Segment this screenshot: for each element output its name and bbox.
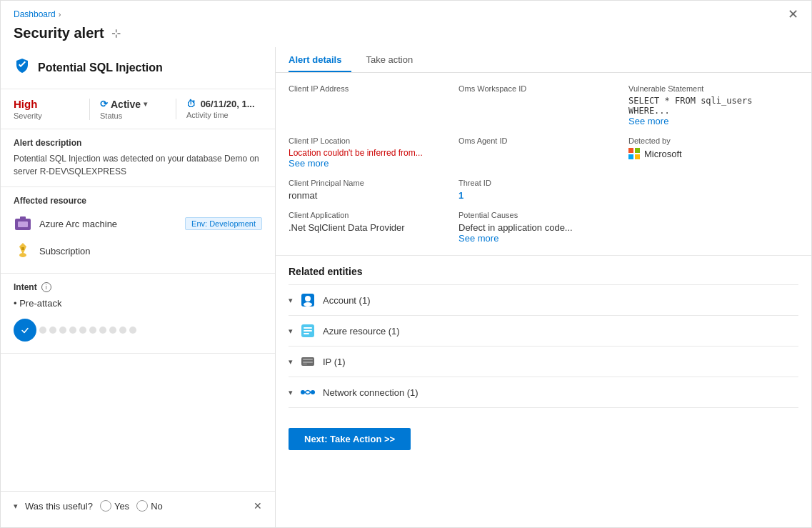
client-app-label: Client Application	[289, 211, 444, 219]
clock-icon: ⏱	[186, 99, 196, 109]
detail-col-3-2: Threat ID 1	[458, 169, 628, 201]
timeline-dot-5	[79, 327, 86, 334]
oms-agent-label: Oms Agent ID	[458, 136, 614, 145]
affected-resource-section: Affected resource Azure Arc machine Env:…	[1, 187, 275, 274]
causes-see-more[interactable]: See more	[458, 233, 498, 244]
vuln-stmt-value: SELECT * FROM sqli_users WHERE...	[628, 96, 784, 116]
details-grid: Client IP Address Oms Workspace ID Vulne…	[276, 73, 811, 256]
timeline-dot-3	[59, 327, 66, 334]
timeline-dot-4	[69, 327, 76, 334]
arc-machine-icon	[14, 214, 32, 233]
svg-rect-4	[21, 247, 24, 250]
client-ip-loc-label: Client IP Location	[289, 136, 444, 145]
right-panel: Alert details Take action Client IP Addr…	[276, 47, 811, 527]
detail-col-4-3	[628, 201, 798, 244]
ip-loc-see-more[interactable]: See more	[289, 158, 329, 169]
timeline-dot-1	[39, 327, 46, 334]
entity-row-account[interactable]: ▾ Account (1)	[289, 284, 798, 315]
tab-take-action[interactable]: Take action	[366, 47, 423, 72]
activity-value: ⏱ 06/11/20, 1...	[186, 99, 262, 109]
network-connection-icon	[300, 384, 316, 400]
account-chevron: ▾	[289, 296, 293, 305]
status-value: ⟳ Active ▾	[100, 99, 176, 110]
resource-row-1: Subscription	[14, 237, 262, 264]
breadcrumb-arrow: ›	[59, 10, 61, 19]
svg-rect-12	[304, 333, 309, 334]
severity-item: High Severity	[14, 98, 89, 120]
entity-row-network[interactable]: ▾ Network connection (1)	[289, 377, 798, 408]
close-button[interactable]: ✕	[788, 8, 798, 21]
svg-rect-10	[304, 327, 312, 329]
oms-workspace-label: Oms Workspace ID	[458, 84, 614, 93]
useful-close-icon[interactable]: ✕	[254, 500, 262, 512]
ip-label: IP (1)	[323, 357, 346, 367]
yes-radio[interactable]	[100, 500, 111, 512]
client-app-value: .Net SqlClient Data Provider	[289, 222, 444, 233]
detected-by-value: Microsoft	[628, 148, 784, 159]
subscription-icon	[14, 241, 32, 260]
panel-header: Dashboard › ✕	[1, 1, 811, 24]
pre-attack-label: • Pre-attack	[14, 298, 262, 309]
tab-alert-details[interactable]: Alert details	[289, 47, 351, 72]
vuln-stmt-see-more[interactable]: See more	[628, 116, 668, 126]
detail-col-1-1: Client IP Address	[289, 84, 458, 126]
vuln-stmt-label: Vulnerable Statement	[628, 84, 784, 93]
intent-info-icon[interactable]: i	[41, 282, 51, 292]
timeline-dot-9	[119, 327, 126, 334]
potential-causes-label: Potential Causes	[458, 211, 614, 219]
status-chevron[interactable]: ▾	[144, 100, 147, 108]
shield-icon	[14, 57, 31, 79]
activity-item: ⏱ 06/11/20, 1... Activity time	[176, 99, 262, 119]
pin-icon[interactable]: ⊹	[111, 26, 121, 40]
svg-point-8	[304, 302, 312, 307]
client-principal-label: Client Principal Name	[289, 179, 444, 187]
page-title: Security alert	[14, 25, 104, 41]
svg-point-18	[311, 390, 315, 394]
detail-col-1-3: Vulnerable Statement SELECT * FROM sqli_…	[628, 84, 798, 126]
useful-label: Was this useful?	[25, 501, 93, 512]
security-alert-panel: Dashboard › ✕ Security alert ⊹ Potential…	[0, 0, 812, 528]
svg-point-17	[301, 390, 305, 394]
svg-rect-15	[303, 362, 313, 363]
svg-rect-2	[20, 216, 26, 220]
meta-row: High Severity ⟳ Active ▾ Status ⏱ 06/11/…	[1, 89, 275, 129]
breadcrumb[interactable]: Dashboard ›	[14, 9, 61, 19]
entity-row-ip[interactable]: ▾ IP (1)	[289, 346, 798, 377]
timeline-dot-2	[49, 327, 56, 334]
svg-rect-14	[303, 359, 313, 360]
alert-title: Potential SQL Injection	[38, 61, 163, 74]
env-badge: Env: Development	[185, 217, 262, 230]
take-action-button[interactable]: Next: Take Action >>	[289, 428, 411, 450]
timeline-dot-7	[99, 327, 106, 334]
azure-resource-icon	[300, 323, 316, 339]
threat-id-value: 1	[458, 190, 614, 201]
yes-radio-label[interactable]: Yes	[100, 500, 129, 512]
alert-description-section: Alert description Potential SQL Injectio…	[1, 129, 275, 187]
detail-col-4-1: Client Application .Net SqlClient Data P…	[289, 201, 458, 244]
breadcrumb-label: Dashboard	[14, 9, 56, 19]
intent-label: Intent	[14, 282, 37, 292]
client-principal-value: ronmat	[289, 190, 444, 201]
threat-id-label: Threat ID	[458, 179, 614, 187]
timeline-active-dot	[14, 319, 36, 342]
account-label: Account (1)	[323, 295, 370, 306]
timeline-row	[14, 316, 262, 344]
description-text: Potential SQL Injection was detected on …	[14, 152, 262, 178]
azure-resource-label: Azure resource (1)	[323, 326, 400, 337]
detail-col-2-3: Detected by Microsoft	[628, 126, 798, 169]
ip-icon	[300, 354, 316, 369]
detail-col-4-2: Potential Causes Defect in application c…	[458, 201, 628, 244]
client-ip-label: Client IP Address	[289, 84, 444, 93]
no-radio[interactable]	[136, 500, 148, 512]
svg-rect-16	[303, 364, 307, 364]
useful-chevron[interactable]: ▾	[14, 502, 18, 511]
panel-title-row: Security alert ⊹	[1, 24, 811, 47]
timeline-dot-6	[89, 327, 96, 334]
no-radio-label[interactable]: No	[136, 500, 163, 512]
entity-row-azure[interactable]: ▾ Azure resource (1)	[289, 315, 798, 346]
tabs-row: Alert details Take action	[276, 47, 811, 73]
status-item: ⟳ Active ▾ Status	[89, 99, 176, 120]
detail-col-3-3	[628, 169, 798, 201]
azure-chevron: ▾	[289, 327, 293, 336]
svg-point-7	[305, 296, 311, 302]
